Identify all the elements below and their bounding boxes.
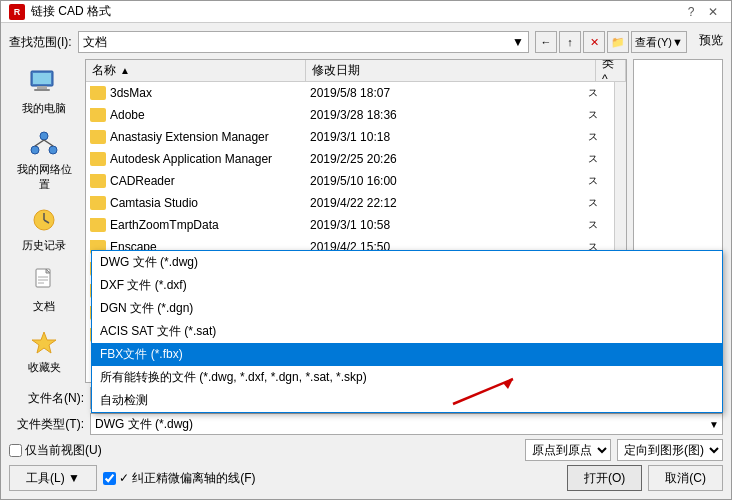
table-row[interactable]: Camtasia Studio 2019/4/22 22:12 ス (86, 192, 614, 214)
svg-rect-3 (34, 89, 50, 91)
dropdown-item-auto[interactable]: 自动检测 (92, 389, 722, 412)
svg-line-8 (44, 140, 53, 146)
filetype-label: 文件类型(T): (9, 416, 84, 433)
dropdown-item[interactable]: FBX文件 (*.fbx) (92, 343, 722, 366)
document-icon (28, 265, 60, 297)
delete-button[interactable]: ✕ (583, 31, 605, 53)
favorites-icon (28, 326, 60, 358)
new-folder-button[interactable]: 📁 (607, 31, 629, 53)
positioning-select[interactable]: 原点到原点 (525, 439, 611, 461)
sidebar-label-documents: 文档 (33, 299, 55, 314)
folder-icon (90, 130, 106, 144)
correct-lines-label: ✓ 纠正精微偏离轴的线(F) (103, 470, 256, 487)
window-controls: ? ✕ (681, 2, 723, 22)
correct-lines-checkbox[interactable] (103, 472, 116, 485)
title-bar: R 链接 CAD 格式 ? ✕ (1, 1, 731, 23)
dropdown-item[interactable]: 所有能转换的文件 (*.dwg, *.dxf, *.dgn, *.sat, *.… (92, 366, 722, 389)
sidebar-item-documents[interactable]: 文档 (12, 261, 77, 318)
filetype-select[interactable]: DWG 文件 (*.dwg)DXF 文件 (*.dxf)DGN 文件 (*.dg… (90, 413, 723, 435)
sidebar-label-favorites: 收藏夹 (28, 360, 61, 375)
options-row: 仅当前视图(U) 原点到原点 定向到图形(图) (9, 439, 723, 461)
filetype-dropdown: DWG 文件 (*.dwg)DXF 文件 (*.dxf)DGN 文件 (*.dg… (91, 250, 723, 413)
main-window: R 链接 CAD 格式 ? ✕ 查找范围(I): 文档 ▼ ← ↑ ✕ 📁 查看… (0, 0, 732, 500)
sidebar-item-history[interactable]: 历史记录 (12, 200, 77, 257)
preview-checkbox-label: 仅当前视图(U) (9, 442, 102, 459)
col-header-name[interactable]: 名称 ▲ (86, 60, 306, 81)
top-bar: 查找范围(I): 文档 ▼ ← ↑ ✕ 📁 查看(Y) ▼ 预览 (9, 31, 723, 53)
svg-marker-17 (32, 332, 56, 353)
col-header-extra[interactable]: 类^ (596, 60, 626, 81)
dropdown-item[interactable]: ACIS SAT 文件 (*.sat) (92, 320, 722, 343)
file-list-header: 名称 ▲ 修改日期 类^ (86, 60, 626, 82)
app-icon: R (9, 4, 25, 20)
table-row[interactable]: 3dsMax 2019/5/8 18:07 ス (86, 82, 614, 104)
dropdown-item[interactable]: DXF 文件 (*.dxf) (92, 274, 722, 297)
filetype-combo[interactable]: DWG 文件 (*.dwg)DXF 文件 (*.dxf)DGN 文件 (*.dg… (90, 413, 723, 435)
col-header-date[interactable]: 修改日期 (306, 60, 596, 81)
dialog-body: 查找范围(I): 文档 ▼ ← ↑ ✕ 📁 查看(Y) ▼ 预览 (1, 23, 731, 499)
folder-icon (90, 218, 106, 232)
table-row[interactable]: Autodesk Application Manager 2019/2/25 2… (86, 148, 614, 170)
orient-select[interactable]: 定向到图形(图) (617, 439, 723, 461)
look-in-label: 查找范围(I): (9, 34, 72, 51)
look-in-arrow: ▼ (512, 35, 524, 49)
svg-point-6 (49, 146, 57, 154)
table-row[interactable]: CADReader 2019/5/10 16:00 ス (86, 170, 614, 192)
view-arrow: ▼ (672, 36, 683, 48)
svg-rect-2 (37, 86, 47, 89)
preview-checkbox[interactable] (9, 444, 22, 457)
look-in-value: 文档 (83, 34, 107, 51)
folder-icon (90, 196, 106, 210)
sidebar: 我的电脑 我的网络位置 (9, 59, 79, 383)
view-button[interactable]: 查看(Y) ▼ (631, 31, 687, 53)
folder-icon (90, 174, 106, 188)
look-in-combo[interactable]: 文档 ▼ (78, 31, 529, 53)
cancel-button[interactable]: 取消(C) (648, 465, 723, 491)
close-button[interactable]: ✕ (703, 2, 723, 22)
svg-line-7 (35, 140, 44, 146)
table-row[interactable]: Adobe 2019/3/28 18:36 ス (86, 104, 614, 126)
table-row[interactable]: EarthZoomTmpData 2019/3/1 10:58 ス (86, 214, 614, 236)
folder-icon (90, 108, 106, 122)
table-row[interactable]: Anastasiy Extension Manager 2019/3/1 10:… (86, 126, 614, 148)
window-title: 链接 CAD 格式 (31, 3, 681, 20)
network-icon (28, 128, 60, 160)
preview-label: 预览 (699, 32, 723, 49)
filetype-row: 文件类型(T): DWG 文件 (*.dwg)DXF 文件 (*.dxf)DGN… (9, 413, 723, 435)
computer-icon (28, 67, 60, 99)
dropdown-item[interactable]: DWG 文件 (*.dwg) (92, 251, 722, 274)
folder-icon (90, 152, 106, 166)
back-button[interactable]: ← (535, 31, 557, 53)
sidebar-item-mycomputer[interactable]: 我的电脑 (12, 63, 77, 120)
sidebar-item-network[interactable]: 我的网络位置 (12, 124, 77, 196)
filename-label: 文件名(N): (9, 390, 84, 407)
nav-buttons: ← ↑ ✕ 📁 查看(Y) ▼ (535, 31, 687, 53)
tools-button[interactable]: 工具(L) ▼ (9, 465, 97, 491)
sidebar-label-network: 我的网络位置 (16, 162, 73, 192)
help-button[interactable]: ? (681, 2, 701, 22)
svg-point-4 (40, 132, 48, 140)
sidebar-item-favorites[interactable]: 收藏夹 (12, 322, 77, 379)
bottom-section: 文件名(N): 文件类型(T): DWG 文件 (*.dwg)DXF 文件 (*… (9, 387, 723, 491)
tools-row: 工具(L) ▼ ✓ 纠正精微偏离轴的线(F) 打开(O) 取消(C) (9, 465, 723, 491)
svg-point-5 (31, 146, 39, 154)
history-icon (28, 204, 60, 236)
folder-icon (90, 86, 106, 100)
svg-rect-1 (33, 73, 51, 84)
sidebar-label-history: 历史记录 (22, 238, 66, 253)
view-label: 查看(Y) (635, 35, 672, 50)
open-button[interactable]: 打开(O) (567, 465, 642, 491)
up-button[interactable]: ↑ (559, 31, 581, 53)
dropdown-item[interactable]: DGN 文件 (*.dgn) (92, 297, 722, 320)
sidebar-label-mycomputer: 我的电脑 (22, 101, 66, 116)
